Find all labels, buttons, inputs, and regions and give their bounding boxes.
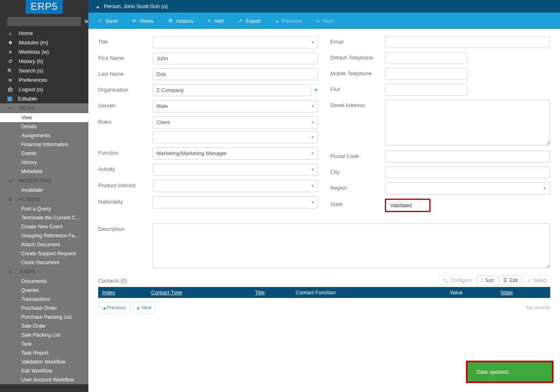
region-select[interactable]	[385, 182, 550, 195]
breadcrumb-up-icon[interactable]	[96, 3, 100, 9]
activity-select[interactable]	[153, 164, 318, 176]
views-item-details[interactable]: Details	[0, 122, 88, 131]
sort-button[interactable]: Sort	[477, 276, 498, 285]
jumps-item-queries[interactable]: Queries	[0, 286, 88, 295]
jumps-item-user-wf[interactable]: User Account Workflow	[0, 375, 88, 384]
postal-input[interactable]	[385, 151, 550, 162]
add-button[interactable]: Add	[201, 14, 231, 28]
chevron-right-icon	[317, 18, 320, 24]
sort-icon	[481, 278, 483, 283]
col-state[interactable]: State	[501, 289, 546, 296]
title-select[interactable]	[153, 36, 318, 48]
function-label: Function	[98, 147, 153, 156]
mobile-tel-input[interactable]	[385, 68, 468, 80]
section-actions-head: ACTIONS	[0, 195, 88, 204]
contacts-title: Contacts (0)	[98, 278, 127, 284]
nav-preferences[interactable]: Preferences	[0, 75, 88, 85]
history-icon	[7, 59, 13, 64]
description-textarea[interactable]	[153, 223, 550, 268]
jumps-item-transactions[interactable]: Transactions	[0, 295, 88, 304]
actions-item-support[interactable]: Create Support Request	[0, 249, 88, 258]
edit-button[interactable]: Edit	[499, 276, 522, 285]
last-name-input[interactable]	[153, 68, 318, 80]
actions-item-attach[interactable]: Attach Document	[0, 240, 88, 249]
city-input[interactable]	[385, 166, 550, 178]
default-tel-label: Default Telephone	[330, 52, 385, 61]
views-item-metadata[interactable]: Metadata	[0, 167, 88, 176]
cog-icon	[168, 18, 173, 24]
nav-editable[interactable]: ✓Editable	[0, 94, 88, 103]
organisation-label: Organisation	[98, 84, 153, 93]
cog-icon	[7, 197, 13, 202]
views-item-view[interactable]: View	[0, 113, 88, 122]
editable-checkbox[interactable]: ✓	[7, 96, 12, 101]
actions-button[interactable]: Actions	[161, 14, 201, 28]
breadcrumb-text[interactable]: Person: John Scott Doh (u)	[104, 3, 168, 9]
nav-home[interactable]: Home	[0, 28, 88, 38]
gender-select[interactable]: Male	[153, 100, 318, 112]
eye-icon	[7, 106, 13, 111]
section-workflows-head: WORKFLOWS	[0, 176, 88, 186]
views-item-assignments[interactable]: Assignments	[0, 131, 88, 140]
section-views-head: VIEWS	[0, 103, 88, 113]
actions-item-clone[interactable]: Clone Document	[0, 258, 88, 267]
views-item-events[interactable]: Events	[0, 149, 88, 158]
chevron-left-icon	[103, 305, 105, 311]
export-icon	[238, 18, 242, 24]
street-textarea[interactable]	[385, 100, 550, 145]
brand-logo: ERP5	[26, 0, 63, 14]
email-input[interactable]	[385, 36, 550, 48]
col-title[interactable]: Title	[255, 289, 296, 296]
actions-item-new-event[interactable]: Create New Event	[0, 222, 88, 231]
product-interest-label: Product Interest	[98, 180, 153, 188]
nav-search[interactable]: Search (s)	[0, 66, 88, 75]
actions-item-terminate[interactable]: Terminate the Current Career...	[0, 213, 88, 222]
role1-select[interactable]: Client	[153, 116, 318, 129]
sidebar-search-input[interactable]	[7, 17, 81, 26]
product-interest-select[interactable]	[153, 180, 318, 192]
col-contact-type[interactable]: Contact Type	[151, 289, 255, 296]
mobile-tel-label: Mobile Telephone	[330, 68, 385, 77]
pager-next[interactable]: Next	[133, 302, 156, 313]
jumps-item-spl[interactable]: Sale Packing List	[0, 331, 88, 339]
function-select[interactable]: Marketing/Marketing Manager	[153, 147, 318, 160]
jumps-item-task[interactable]: Task	[0, 339, 88, 348]
jumps-item-edit-wf[interactable]: Edit Workflow	[0, 366, 88, 375]
jumps-item-validation-wf[interactable]: Validation Workflow	[0, 357, 88, 366]
role2-select[interactable]	[153, 131, 318, 143]
fax-input[interactable]	[385, 84, 468, 96]
jumps-item-purchase-order[interactable]: Purchase Order	[0, 304, 88, 313]
jumps-item-ppl[interactable]: Purchase Packing List	[0, 313, 88, 322]
jumps-item-task-report[interactable]: Task Report	[0, 348, 88, 357]
nav-modules[interactable]: Modules (m)	[0, 38, 88, 47]
views-item-financial[interactable]: Financial Information	[0, 140, 88, 149]
export-button[interactable]: Export	[231, 14, 268, 28]
first-name-input[interactable]	[153, 53, 318, 64]
nav-logout[interactable]: Logout (o)	[0, 85, 88, 94]
actions-item-grouping[interactable]: Grouping Reference Fast Input	[0, 231, 88, 240]
gender-label: Gender	[98, 100, 153, 109]
col-index[interactable]: Index	[102, 289, 151, 296]
nationality-label: Nationality	[98, 196, 153, 205]
pager-previous[interactable]: Previous	[98, 302, 130, 313]
next-button: Next	[310, 14, 341, 28]
jumps-item-sale-order[interactable]: Sale Order	[0, 322, 88, 331]
region-label: Region	[330, 182, 385, 191]
views-item-history[interactable]: History	[0, 158, 88, 167]
fax-label: FAX	[330, 84, 385, 92]
views-button[interactable]: Views	[125, 14, 161, 28]
actions-item-post-query[interactable]: Post a Query	[0, 204, 88, 213]
workflows-item-invalidate[interactable]: Invalidate	[0, 186, 88, 195]
organisation-jump-icon[interactable]	[314, 87, 318, 93]
default-tel-input[interactable]	[385, 52, 468, 64]
roles-label: Roles	[98, 116, 153, 125]
activity-label: Activity	[98, 164, 153, 172]
jumps-item-documents[interactable]: Documents	[0, 277, 88, 286]
nav-worklists[interactable]: Worklists (w)	[0, 47, 88, 57]
toast-notification: Data updated.	[466, 361, 553, 383]
section-jumps-head: JUMPS	[0, 267, 88, 277]
nav-history[interactable]: History (h)	[0, 57, 88, 66]
save-button[interactable]: Save	[91, 14, 125, 28]
organisation-input[interactable]	[153, 84, 311, 96]
nationality-select[interactable]	[153, 196, 318, 208]
